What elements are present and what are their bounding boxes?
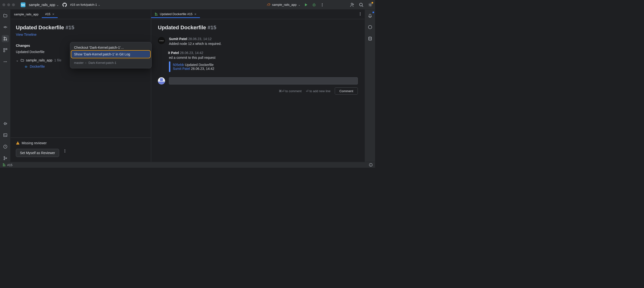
rail-project-icon[interactable] (2, 12, 9, 19)
comment-compose-row (158, 77, 358, 84)
rail-pull-requests-icon[interactable] (2, 35, 9, 42)
view-timeline-link[interactable]: View Timeline (16, 33, 146, 36)
tab-project[interactable]: sample_rails_app (10, 11, 42, 18)
more-actions-icon[interactable] (320, 3, 324, 7)
svg-point-20 (4, 156, 5, 157)
tab-pr-15[interactable]: #15 × (42, 11, 58, 18)
svg-point-30 (65, 151, 65, 151)
rail-commit-icon[interactable] (2, 23, 9, 31)
svg-point-35 (360, 12, 361, 13)
missing-reviewer-warning: Missing reviewer (16, 141, 146, 145)
svg-rect-27 (26, 66, 27, 67)
set-reviewer-button[interactable]: Set Myself as Reviewer (16, 149, 59, 157)
run-configuration-selector[interactable]: sample_rails_app ⌄ (267, 3, 300, 7)
maximize-window-dot[interactable] (12, 3, 15, 6)
rail-database-icon[interactable] (366, 35, 374, 42)
activity-text: Added node 12.x which is required. (169, 42, 222, 46)
rails-icon (267, 3, 270, 7)
rail-terminal-icon[interactable] (2, 132, 9, 139)
close-icon[interactable]: × (194, 12, 196, 16)
rail-problems-icon[interactable] (2, 143, 9, 150)
commit-indicator-bar (169, 61, 170, 72)
right-tabs: Updated Dockerfile #15 × (151, 9, 364, 19)
settings-icon[interactable] (368, 2, 373, 7)
warning-text: Missing reviewer (22, 141, 46, 145)
popup-item-show-in-git-log[interactable]: Show 'Dark-Kernel:patch-1' in Git Log (72, 51, 150, 58)
chevron-down-icon: ⌄ (298, 3, 300, 6)
pr-title-text: Updated Dockerfile (16, 24, 64, 30)
rail-run-icon[interactable] (2, 120, 9, 127)
debug-button[interactable] (312, 3, 316, 7)
svg-point-9 (4, 39, 5, 40)
comment-input[interactable] (169, 77, 358, 84)
close-window-dot[interactable] (2, 3, 5, 6)
close-icon[interactable]: × (52, 12, 54, 16)
svg-point-4 (351, 3, 352, 4)
tab-updated-dockerfile[interactable]: Updated Dockerfile #15 × (151, 11, 200, 18)
rail-ai-icon[interactable] (366, 23, 374, 31)
rail-notifications-icon[interactable] (366, 12, 374, 19)
rail-structure-icon[interactable] (2, 46, 9, 54)
docker-file-icon (24, 65, 28, 68)
minimize-window-dot[interactable] (7, 3, 10, 6)
svg-point-5 (360, 3, 362, 6)
github-icon (62, 3, 67, 7)
statusbar-info-icon[interactable] (369, 163, 373, 167)
activity-timestamp: 28.06.23, 14:12 (188, 37, 212, 41)
svg-rect-28 (26, 65, 26, 66)
shortcut-hint: ⌘⏎ to comment (279, 89, 302, 93)
rail-vcs-icon[interactable] (2, 155, 9, 162)
svg-point-33 (155, 15, 156, 15)
svg-point-39 (3, 166, 4, 166)
run-button[interactable] (304, 3, 308, 7)
svg-rect-25 (25, 66, 26, 67)
traffic-lights (2, 3, 15, 6)
tree-root-name: sample_rails_app (26, 58, 52, 62)
svg-point-8 (4, 37, 5, 38)
svg-point-38 (3, 164, 4, 164)
github-branch-label[interactable]: #15 on fork/patch-1 ⌄ (70, 3, 101, 6)
commit-author-link[interactable]: Sumit Patel (173, 67, 190, 70)
comment-actions: ⌘⏎ to comment ⏎ to add new line Comment (158, 87, 358, 95)
project-badge[interactable]: SA (21, 2, 26, 7)
activity-user[interactable]: it Patel (168, 51, 179, 55)
search-icon[interactable] (359, 2, 364, 7)
popup-footer: master ← Dark-Kernel:patch-1 (70, 59, 152, 66)
activity-timestamp: 28.06.23, 14:42 (180, 51, 203, 55)
svg-point-40 (4, 166, 5, 166)
activity-user[interactable]: Sumit Patel (169, 37, 187, 41)
right-pane-body: Updated Dockerfile #15 Linux Sumit Patel… (151, 19, 364, 162)
settings-badge-indicator (372, 2, 373, 3)
right-pane: Updated Dockerfile #15 × Updated Dockerf… (151, 9, 364, 162)
svg-rect-26 (26, 66, 26, 67)
statusbar-pr-number[interactable]: #15 (7, 163, 12, 167)
tab-more-icon[interactable] (358, 12, 362, 16)
pr-title: Updated Dockerfile #15 (16, 24, 146, 31)
file-count: 1 file (54, 58, 62, 62)
pull-request-icon (154, 12, 158, 16)
svg-point-7 (4, 26, 6, 28)
chevron-down-icon: ⌄ (16, 58, 19, 62)
left-tool-rail (0, 9, 10, 162)
svg-point-32 (155, 13, 156, 13)
more-options-icon[interactable] (63, 149, 67, 153)
left-pane: sample_rails_app #15 × Updated Dockerfil… (10, 9, 151, 162)
popup-item-checkout[interactable]: Checkout 'Dark-Kernel:patch-1'… (70, 44, 152, 51)
main-content: sample_rails_app #15 × Updated Dockerfil… (10, 9, 364, 162)
statusbar: #15 (0, 162, 375, 168)
svg-rect-11 (4, 48, 5, 50)
rail-more-icon[interactable] (2, 58, 9, 65)
svg-point-31 (65, 152, 65, 153)
svg-rect-13 (4, 51, 5, 52)
right-tool-rail (364, 9, 375, 162)
left-pane-body: Updated Dockerfile #15 View Timeline Cha… (10, 19, 151, 138)
commit-hash-link[interactable]: 505ebb (173, 63, 184, 67)
pr-title-text: Updated Dockerfile (158, 24, 206, 30)
code-with-me-icon[interactable] (350, 2, 354, 7)
tab-label: Updated Dockerfile #15 (160, 12, 192, 16)
commit-message: Updated Dockerfile (185, 63, 214, 67)
project-selector[interactable]: sample_rails_app ⌄ (29, 3, 59, 7)
project-name-text: sample_rails_app (29, 3, 55, 7)
comment-button[interactable]: Comment (335, 87, 358, 95)
svg-point-36 (360, 14, 361, 14)
